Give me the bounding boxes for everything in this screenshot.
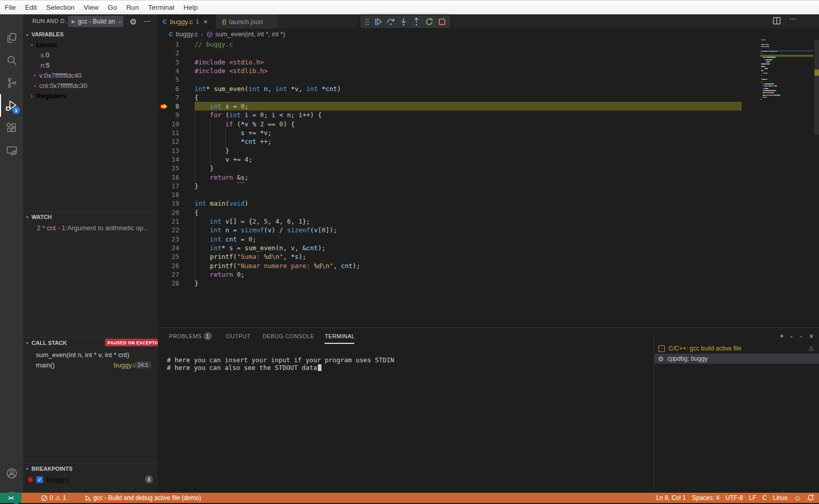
code-line[interactable]: printf("Suma: %d\n", *s); xyxy=(195,252,306,261)
status-item-utf-8[interactable]: UTF-8 xyxy=(722,493,746,503)
breadcrumb[interactable]: C buggy.c › sum_even(int, int *, int *) xyxy=(158,29,819,40)
run-and-debug-icon[interactable]: 1 xyxy=(0,94,23,117)
menu-item-selection[interactable]: Selection xyxy=(41,1,79,14)
menu-item-run[interactable]: Run xyxy=(122,1,144,14)
continue-icon[interactable] xyxy=(374,17,382,26)
terminal-list-item[interactable]: ›C/C++: gcc build active file⚠ xyxy=(654,343,819,354)
code-line[interactable]: } xyxy=(195,164,214,173)
code-line[interactable]: int cnt = 0; xyxy=(195,235,256,244)
code-line[interactable]: s += *v; xyxy=(195,128,272,138)
code-line[interactable]: for (int i = 0; i < n; i++) { xyxy=(195,111,321,120)
debug-settings-gear-icon[interactable]: ⚙ xyxy=(130,17,137,27)
line-number[interactable]: 16 xyxy=(154,173,179,182)
code-line[interactable]: #include <stdlib.h> xyxy=(195,67,268,76)
more-actions-icon[interactable]: ⋯ xyxy=(144,17,151,25)
step-over-icon[interactable] xyxy=(386,17,395,26)
code-line[interactable]: *cnt ++; xyxy=(195,137,272,146)
current-instruction-breakpoint-icon[interactable] xyxy=(159,102,168,111)
extensions-icon[interactable] xyxy=(0,117,23,139)
status-item-c[interactable]: C xyxy=(759,493,770,503)
debug-task-status[interactable]: gcc - Build and debug active file (demo) xyxy=(81,493,204,503)
variable-row-v[interactable]: ›v: 0x7fffffffdc40 xyxy=(23,70,158,80)
breadcrumb-file[interactable]: buggy.c xyxy=(176,31,198,38)
tab-launch-json[interactable]: {} launch.json xyxy=(216,14,277,29)
watch-section-header[interactable]: › WATCH xyxy=(23,211,158,222)
line-number[interactable]: 14 xyxy=(154,155,179,164)
breakpoint-checkbox[interactable]: ✓ xyxy=(36,476,43,483)
variable-row-n[interactable]: n: 5 xyxy=(23,60,158,70)
variable-row-s[interactable]: s: 0 xyxy=(23,50,158,60)
terminal-output-line[interactable]: # here you can also see the STDOUT data xyxy=(167,364,321,371)
code-line[interactable]: int v[] = {2, 5, 4, 6, 1}; xyxy=(195,217,310,226)
code-line[interactable]: int* s = sum_even(n, v, &cnt); xyxy=(195,244,326,253)
breakpoint-row[interactable]: ✓buggy.c8 xyxy=(23,474,158,485)
panel-tab-terminal[interactable]: TERMINAL xyxy=(325,331,355,342)
maximize-panel-icon[interactable]: › xyxy=(796,332,806,341)
code-line[interactable]: // buggy.c xyxy=(195,40,233,49)
variables-group-registers[interactable]: ›Registers xyxy=(23,91,158,101)
breadcrumb-symbol[interactable]: sum_even(int, int *, int *) xyxy=(215,31,285,38)
variable-row-cnt[interactable]: ›cnt: 0x7fffffffdc30 xyxy=(23,80,158,91)
code-line[interactable]: v += 4; xyxy=(195,155,252,164)
variables-section-header[interactable]: › VARIABLES xyxy=(23,29,158,39)
line-number[interactable]: 19 xyxy=(154,199,179,208)
panel-tab-output[interactable]: OUTPUT xyxy=(226,331,251,342)
line-number[interactable]: 18 xyxy=(154,190,179,199)
line-number[interactable]: 17 xyxy=(154,182,179,190)
code-line[interactable]: printf("Numar numere pare: %d\n", cnt); xyxy=(195,261,360,271)
watch-expression-row[interactable]: 2 * cnt - 1: Argument to arithmetic op… xyxy=(23,223,158,233)
line-number[interactable]: 23 xyxy=(154,235,179,244)
code-line[interactable]: if (*v % 2 == 0) { xyxy=(195,120,295,129)
code-line[interactable]: int n = sizeof(v) / sizeof(v[0]); xyxy=(195,226,337,235)
status-item-spaces-4[interactable]: Spaces: 4 xyxy=(689,493,722,503)
menu-item-file[interactable]: File xyxy=(0,1,20,14)
editor-more-actions-icon[interactable]: ⋯ xyxy=(789,14,796,23)
code-line[interactable]: #include <stdio.h> xyxy=(195,58,264,67)
line-number[interactable]: 10 xyxy=(154,120,179,128)
panel-tab-problems[interactable]: PROBLEMS xyxy=(169,331,202,342)
code-line[interactable]: } xyxy=(195,146,229,156)
line-number[interactable]: 24 xyxy=(154,244,179,252)
menu-item-view[interactable]: View xyxy=(79,1,103,14)
terminal-list-item[interactable]: ⚙cppdbg: buggy xyxy=(654,354,819,364)
line-number[interactable]: 9 xyxy=(154,111,179,119)
drag-handle-icon[interactable] xyxy=(364,18,370,26)
problems-status[interactable]: 0 ⚠ 1 xyxy=(38,493,69,503)
stop-icon[interactable] xyxy=(438,17,446,26)
line-number[interactable]: 27 xyxy=(154,270,179,279)
new-terminal-icon[interactable]: ＋ xyxy=(777,332,786,341)
source-control-icon[interactable] xyxy=(0,72,23,94)
menu-item-terminal[interactable]: Terminal xyxy=(143,1,179,14)
variables-group-locals[interactable]: ›Locals xyxy=(23,39,158,50)
line-number[interactable]: 15 xyxy=(154,164,179,172)
terminal-dropdown-icon[interactable]: › xyxy=(787,332,796,341)
code-line[interactable]: } xyxy=(195,279,199,288)
notifications-bell-icon[interactable] xyxy=(804,493,819,503)
code-line[interactable]: return 0; xyxy=(195,270,245,279)
menu-item-help[interactable]: Help xyxy=(179,1,202,14)
start-debug-icon[interactable]: ▶ xyxy=(72,19,75,24)
tab-buggy-c[interactable]: C buggy.c 1 × xyxy=(158,14,216,29)
line-number[interactable]: 11 xyxy=(154,128,179,137)
step-into-icon[interactable] xyxy=(399,17,408,26)
line-number[interactable]: 26 xyxy=(154,261,179,270)
code-line[interactable]: { xyxy=(195,208,199,217)
line-number[interactable]: 13 xyxy=(154,146,179,155)
status-item-linux[interactable]: Linux xyxy=(770,493,791,503)
call-stack-frame[interactable]: main()buggy.c24:1 xyxy=(23,360,158,370)
line-number[interactable]: 12 xyxy=(154,137,179,146)
menu-item-go[interactable]: Go xyxy=(103,1,122,14)
breakpoints-section-header[interactable]: › BREAKPOINTS xyxy=(23,463,158,473)
status-item-lf[interactable]: LF xyxy=(746,493,759,503)
search-icon[interactable] xyxy=(0,49,23,72)
code-line[interactable]: } xyxy=(195,182,199,191)
step-out-icon[interactable] xyxy=(412,17,421,26)
explorer-icon[interactable] xyxy=(0,27,23,49)
menu-item-edit[interactable]: Edit xyxy=(20,1,41,14)
remote-explorer-icon[interactable] xyxy=(0,139,23,162)
code-line[interactable]: int s = 0; xyxy=(195,102,248,111)
line-number[interactable]: 28 xyxy=(154,279,179,288)
remote-indicator[interactable]: >< xyxy=(0,493,21,503)
line-number[interactable]: 20 xyxy=(154,208,179,217)
line-number[interactable]: 25 xyxy=(154,252,179,261)
